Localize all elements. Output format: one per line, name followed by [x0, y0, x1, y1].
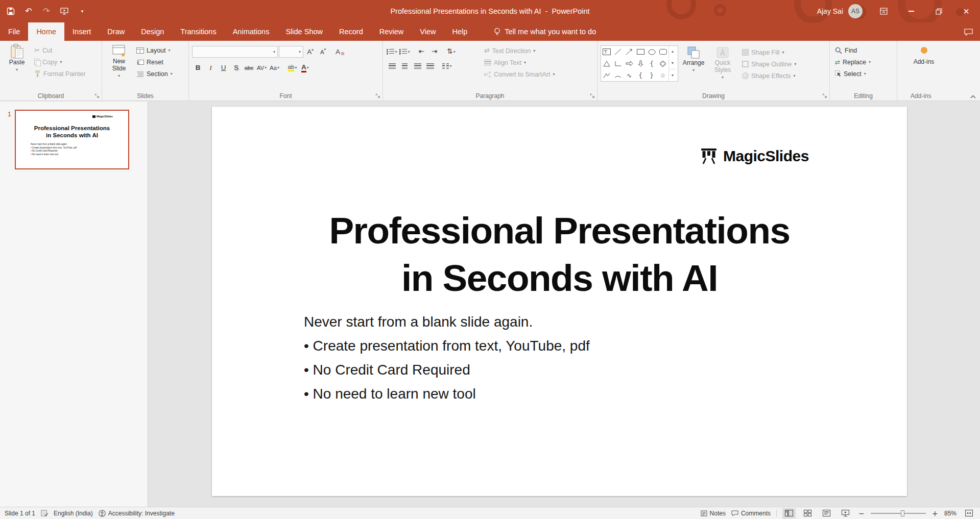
- tab-help[interactable]: Help: [444, 22, 475, 41]
- collapse-ribbon-button[interactable]: [970, 95, 976, 98]
- bold-button[interactable]: B: [192, 62, 204, 73]
- close-button[interactable]: ×: [952, 0, 980, 22]
- arrange-button[interactable]: Arrange ▾: [680, 45, 707, 91]
- decrease-font-size-button[interactable]: A▾: [317, 46, 329, 58]
- clipboard-dialog-launcher[interactable]: [94, 93, 100, 98]
- shapes-more-button[interactable]: ▾: [669, 69, 676, 81]
- text-shadow-button[interactable]: S: [230, 62, 242, 73]
- select-button[interactable]: Select ▾: [833, 68, 895, 80]
- fit-slide-to-window-button[interactable]: [962, 508, 975, 518]
- align-center-button[interactable]: [399, 60, 411, 72]
- ribbon-display-options-button[interactable]: [870, 0, 897, 22]
- shape-outline-button[interactable]: Shape Outline ▾: [740, 58, 798, 70]
- slide-body-text[interactable]: Never start from a blank slide again. • …: [304, 310, 590, 406]
- numbering-button[interactable]: ▾: [399, 46, 411, 58]
- normal-view-button[interactable]: [782, 508, 796, 518]
- justify-button[interactable]: [424, 60, 436, 72]
- font-name-combobox[interactable]: ▾: [192, 46, 278, 58]
- shape-scribble[interactable]: ∿: [624, 69, 635, 81]
- layout-button[interactable]: Layout ▾: [134, 44, 175, 56]
- paragraph-dialog-launcher[interactable]: [590, 93, 595, 98]
- zoom-slider-thumb[interactable]: [901, 510, 904, 516]
- font-dialog-launcher[interactable]: [375, 93, 380, 98]
- shape-arrow-down[interactable]: [635, 58, 646, 69]
- shapes-scroll-up[interactable]: ▴: [669, 46, 676, 58]
- tab-view[interactable]: View: [412, 22, 444, 41]
- shape-star[interactable]: ☆: [657, 69, 668, 81]
- zoom-out-button[interactable]: −: [858, 510, 865, 517]
- new-slide-button[interactable]: New Slide ▾: [105, 43, 133, 91]
- tab-file[interactable]: File: [0, 22, 28, 41]
- tab-transitions[interactable]: Transitions: [172, 22, 224, 41]
- tell-me-box[interactable]: Tell me what you want to do: [494, 22, 596, 41]
- shape-freeform[interactable]: [601, 69, 612, 81]
- line-spacing-button[interactable]: ⇅▾: [445, 46, 457, 58]
- slide-show-button[interactable]: [839, 508, 852, 518]
- tab-home[interactable]: Home: [28, 22, 64, 41]
- slide-sorter-view-button[interactable]: [801, 508, 815, 518]
- clear-formatting-button[interactable]: A: [334, 46, 346, 58]
- replace-button[interactable]: ⇄ Replace ▾: [833, 56, 895, 68]
- shape-right-brace[interactable]: }: [646, 69, 657, 81]
- format-painter-button[interactable]: Format Painter: [32, 68, 88, 80]
- shape-oval[interactable]: [646, 46, 657, 58]
- text-direction-button[interactable]: ⇄ Text Direction ▾: [482, 45, 557, 57]
- character-spacing-button[interactable]: AV▾: [256, 62, 268, 73]
- addins-button[interactable]: Add-ins: [907, 43, 940, 91]
- shape-rounded-rectangle[interactable]: [657, 46, 668, 58]
- paste-button[interactable]: Paste ▾: [3, 43, 31, 91]
- shape-fill-button[interactable]: Shape Fill ▾: [740, 46, 798, 58]
- increase-indent-button[interactable]: ⇥: [428, 46, 440, 58]
- notes-button[interactable]: Notes: [701, 510, 726, 517]
- strikethrough-button[interactable]: abc: [243, 62, 255, 73]
- tab-draw[interactable]: Draw: [99, 22, 133, 41]
- reset-button[interactable]: Reset: [134, 56, 175, 68]
- quick-styles-button[interactable]: Quick Styles ▾: [709, 45, 736, 91]
- font-size-combobox[interactable]: ▾: [279, 46, 303, 58]
- spelling-check-button[interactable]: [41, 510, 48, 516]
- tab-review[interactable]: Review: [371, 22, 412, 41]
- tab-design[interactable]: Design: [133, 22, 172, 41]
- shape-arrow-right[interactable]: [624, 58, 635, 69]
- font-color-button[interactable]: A▾: [299, 62, 311, 73]
- tab-animations[interactable]: Animations: [225, 22, 278, 41]
- zoom-in-button[interactable]: +: [931, 510, 939, 517]
- find-button[interactable]: Find: [833, 44, 895, 56]
- restore-button[interactable]: [925, 0, 952, 22]
- shape-line[interactable]: [612, 46, 624, 58]
- shape-effects-button[interactable]: Shape Effects ▾: [740, 70, 798, 82]
- shape-plus[interactable]: [657, 58, 668, 69]
- shape-line-arrow[interactable]: [624, 46, 635, 58]
- save-button[interactable]: [5, 5, 16, 18]
- section-button[interactable]: Section ▾: [134, 68, 175, 80]
- reading-view-button[interactable]: [820, 508, 833, 518]
- cut-button[interactable]: ✂ Cut: [32, 44, 88, 56]
- tab-slide-show[interactable]: Slide Show: [277, 22, 331, 41]
- slide-editing-area[interactable]: MagicSlides Professional Presentations i…: [148, 102, 980, 507]
- zoom-slider[interactable]: [871, 513, 926, 514]
- zoom-level[interactable]: 85%: [944, 510, 957, 517]
- tab-record[interactable]: Record: [331, 22, 371, 41]
- bullets-button[interactable]: ▾: [386, 46, 398, 58]
- slide-title-text[interactable]: Professional Presentations in Seconds wi…: [212, 207, 907, 302]
- columns-button[interactable]: ▾: [441, 60, 453, 72]
- comments-button[interactable]: Comments: [731, 510, 771, 517]
- slide-thumbnail[interactable]: MagicSlides Professional Presentations i…: [15, 110, 129, 169]
- shape-arc[interactable]: [612, 69, 624, 81]
- shape-elbow-connector[interactable]: [612, 58, 624, 69]
- convert-to-smartart-button[interactable]: Convert to SmartArt ▾: [482, 68, 557, 80]
- shape-text-box[interactable]: [601, 46, 612, 58]
- align-right-button[interactable]: [412, 60, 423, 72]
- shape-rectangle[interactable]: [635, 46, 646, 58]
- change-case-button[interactable]: Aa▾: [269, 62, 280, 73]
- shape-triangle[interactable]: [601, 58, 612, 69]
- align-text-button[interactable]: Align Text ▾: [482, 57, 557, 68]
- drawing-dialog-launcher[interactable]: [822, 93, 827, 98]
- copy-button[interactable]: Copy ▾: [32, 56, 88, 68]
- slide-canvas[interactable]: MagicSlides Professional Presentations i…: [212, 107, 907, 496]
- language-button[interactable]: English (India): [54, 510, 93, 517]
- undo-button[interactable]: ↶: [23, 5, 34, 18]
- underline-button[interactable]: U: [218, 62, 229, 73]
- avatar[interactable]: AS: [848, 4, 863, 18]
- increase-font-size-button[interactable]: A▴: [304, 46, 316, 58]
